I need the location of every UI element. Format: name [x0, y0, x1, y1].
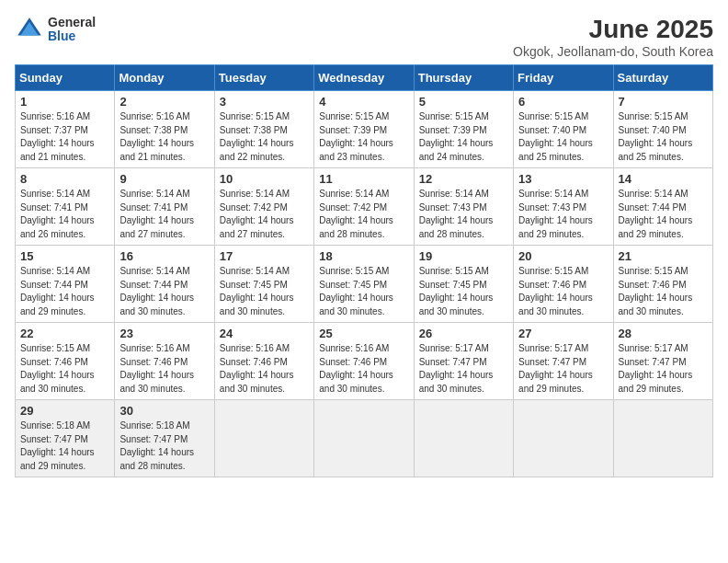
- calendar-cell: 21 Sunrise: 5:15 AMSunset: 7:46 PMDaylig…: [613, 246, 712, 323]
- day-info: Sunrise: 5:18 AMSunset: 7:47 PMDaylight:…: [20, 420, 95, 471]
- day-info: Sunrise: 5:15 AMSunset: 7:38 PMDaylight:…: [220, 111, 294, 162]
- day-info: Sunrise: 5:16 AMSunset: 7:46 PMDaylight:…: [319, 343, 393, 394]
- day-number: 8: [20, 172, 109, 186]
- day-number: 28: [619, 327, 708, 340]
- day-number: 1: [20, 95, 109, 109]
- day-info: Sunrise: 5:14 AMSunset: 7:44 PMDaylight:…: [619, 189, 693, 239]
- calendar-week-row: 1 Sunrise: 5:16 AMSunset: 7:37 PMDayligh…: [16, 91, 713, 168]
- calendar-cell: 16 Sunrise: 5:14 AMSunset: 7:44 PMDaylig…: [115, 246, 214, 323]
- day-number: 26: [419, 327, 508, 340]
- calendar-cell: 18 Sunrise: 5:15 AMSunset: 7:45 PMDaylig…: [314, 246, 414, 323]
- day-info: Sunrise: 5:14 AMSunset: 7:41 PMDaylight:…: [119, 189, 194, 239]
- day-info: Sunrise: 5:16 AMSunset: 7:37 PMDaylight:…: [20, 111, 95, 162]
- logo: General Blue: [15, 15, 96, 44]
- header-tuesday: Tuesday: [214, 65, 313, 91]
- day-info: Sunrise: 5:14 AMSunset: 7:42 PMDaylight:…: [220, 189, 294, 239]
- calendar-cell: 29 Sunrise: 5:18 AMSunset: 7:47 PMDaylig…: [16, 400, 115, 477]
- calendar-cell: [414, 400, 513, 477]
- calendar-cell: 28 Sunrise: 5:17 AMSunset: 7:47 PMDaylig…: [613, 323, 712, 400]
- calendar-cell: 13 Sunrise: 5:14 AMSunset: 7:43 PMDaylig…: [514, 168, 613, 246]
- day-number: 9: [119, 172, 209, 186]
- calendar-week-row: 15 Sunrise: 5:14 AMSunset: 7:44 PMDaylig…: [16, 246, 713, 323]
- calendar-cell: 17 Sunrise: 5:14 AMSunset: 7:45 PMDaylig…: [214, 246, 313, 323]
- calendar-cell: 7 Sunrise: 5:15 AMSunset: 7:40 PMDayligh…: [613, 91, 712, 168]
- day-info: Sunrise: 5:15 AMSunset: 7:46 PMDaylight:…: [518, 266, 593, 316]
- day-info: Sunrise: 5:14 AMSunset: 7:41 PMDaylight:…: [20, 189, 95, 239]
- day-number: 29: [20, 404, 109, 418]
- day-info: Sunrise: 5:15 AMSunset: 7:45 PMDaylight:…: [319, 266, 393, 316]
- calendar-cell: 27 Sunrise: 5:17 AMSunset: 7:47 PMDaylig…: [514, 323, 613, 400]
- page-header: General Blue June 2025 Okgok, Jeollanam-…: [15, 15, 713, 59]
- calendar-week-row: 22 Sunrise: 5:15 AMSunset: 7:46 PMDaylig…: [16, 323, 713, 400]
- day-info: Sunrise: 5:17 AMSunset: 7:47 PMDaylight:…: [619, 343, 693, 394]
- day-number: 25: [319, 327, 408, 340]
- calendar-cell: 1 Sunrise: 5:16 AMSunset: 7:37 PMDayligh…: [16, 91, 115, 168]
- calendar-cell: [214, 400, 313, 477]
- day-info: Sunrise: 5:17 AMSunset: 7:47 PMDaylight:…: [419, 343, 494, 394]
- logo-text: General Blue: [48, 16, 96, 44]
- calendar-cell: 26 Sunrise: 5:17 AMSunset: 7:47 PMDaylig…: [414, 323, 513, 400]
- calendar-cell: 19 Sunrise: 5:15 AMSunset: 7:45 PMDaylig…: [414, 246, 513, 323]
- logo-icon: [15, 15, 44, 44]
- header-wednesday: Wednesday: [314, 65, 414, 91]
- calendar-cell: 14 Sunrise: 5:14 AMSunset: 7:44 PMDaylig…: [613, 168, 712, 246]
- calendar-table: Sunday Monday Tuesday Wednesday Thursday…: [15, 64, 713, 477]
- day-number: 15: [20, 249, 109, 263]
- calendar-cell: 10 Sunrise: 5:14 AMSunset: 7:42 PMDaylig…: [214, 168, 313, 246]
- day-info: Sunrise: 5:14 AMSunset: 7:43 PMDaylight:…: [518, 189, 593, 239]
- calendar-cell: 11 Sunrise: 5:14 AMSunset: 7:42 PMDaylig…: [314, 168, 414, 246]
- calendar-cell: 5 Sunrise: 5:15 AMSunset: 7:39 PMDayligh…: [414, 91, 513, 168]
- day-number: 23: [119, 327, 209, 340]
- calendar-cell: 20 Sunrise: 5:15 AMSunset: 7:46 PMDaylig…: [514, 246, 613, 323]
- day-number: 17: [220, 249, 309, 263]
- day-info: Sunrise: 5:14 AMSunset: 7:44 PMDaylight:…: [119, 266, 194, 316]
- day-number: 22: [20, 327, 109, 340]
- day-number: 13: [518, 172, 608, 186]
- day-number: 20: [518, 249, 608, 263]
- day-number: 2: [119, 95, 209, 109]
- day-info: Sunrise: 5:16 AMSunset: 7:38 PMDaylight:…: [119, 111, 194, 162]
- day-number: 19: [419, 249, 508, 263]
- day-number: 27: [518, 327, 608, 340]
- calendar-cell: [613, 400, 712, 477]
- day-info: Sunrise: 5:14 AMSunset: 7:42 PMDaylight:…: [319, 189, 393, 239]
- day-info: Sunrise: 5:15 AMSunset: 7:39 PMDaylight:…: [419, 111, 494, 162]
- header-saturday: Saturday: [613, 65, 712, 91]
- header-sunday: Sunday: [16, 65, 115, 91]
- day-number: 10: [220, 172, 309, 186]
- calendar-cell: 9 Sunrise: 5:14 AMSunset: 7:41 PMDayligh…: [115, 168, 214, 246]
- calendar-cell: [314, 400, 414, 477]
- day-number: 24: [220, 327, 309, 340]
- calendar-header-row: Sunday Monday Tuesday Wednesday Thursday…: [16, 65, 713, 91]
- day-info: Sunrise: 5:16 AMSunset: 7:46 PMDaylight:…: [220, 343, 294, 394]
- calendar-cell: 6 Sunrise: 5:15 AMSunset: 7:40 PMDayligh…: [514, 91, 613, 168]
- day-info: Sunrise: 5:16 AMSunset: 7:46 PMDaylight:…: [119, 343, 194, 394]
- day-number: 30: [119, 404, 209, 418]
- calendar-cell: [514, 400, 613, 477]
- logo-general: General: [48, 16, 96, 29]
- day-info: Sunrise: 5:14 AMSunset: 7:44 PMDaylight:…: [20, 266, 95, 316]
- day-info: Sunrise: 5:15 AMSunset: 7:46 PMDaylight:…: [20, 343, 95, 394]
- day-info: Sunrise: 5:15 AMSunset: 7:39 PMDaylight:…: [319, 111, 393, 162]
- calendar-cell: 24 Sunrise: 5:16 AMSunset: 7:46 PMDaylig…: [214, 323, 313, 400]
- day-number: 3: [220, 95, 309, 109]
- day-number: 18: [319, 249, 408, 263]
- day-info: Sunrise: 5:18 AMSunset: 7:47 PMDaylight:…: [119, 420, 194, 471]
- calendar-cell: 25 Sunrise: 5:16 AMSunset: 7:46 PMDaylig…: [314, 323, 414, 400]
- header-monday: Monday: [115, 65, 214, 91]
- day-info: Sunrise: 5:15 AMSunset: 7:46 PMDaylight:…: [619, 266, 693, 316]
- day-number: 4: [319, 95, 408, 109]
- calendar-cell: 15 Sunrise: 5:14 AMSunset: 7:44 PMDaylig…: [16, 246, 115, 323]
- day-info: Sunrise: 5:17 AMSunset: 7:47 PMDaylight:…: [518, 343, 593, 394]
- calendar-cell: 23 Sunrise: 5:16 AMSunset: 7:46 PMDaylig…: [115, 323, 214, 400]
- day-info: Sunrise: 5:14 AMSunset: 7:45 PMDaylight:…: [220, 266, 294, 316]
- calendar-cell: 12 Sunrise: 5:14 AMSunset: 7:43 PMDaylig…: [414, 168, 513, 246]
- day-number: 12: [419, 172, 508, 186]
- month-title: June 2025: [513, 15, 713, 44]
- day-number: 11: [319, 172, 408, 186]
- calendar-cell: 30 Sunrise: 5:18 AMSunset: 7:47 PMDaylig…: [115, 400, 214, 477]
- calendar-week-row: 8 Sunrise: 5:14 AMSunset: 7:41 PMDayligh…: [16, 168, 713, 246]
- location-subtitle: Okgok, Jeollanam-do, South Korea: [513, 44, 713, 59]
- day-info: Sunrise: 5:15 AMSunset: 7:45 PMDaylight:…: [419, 266, 494, 316]
- day-number: 5: [419, 95, 508, 109]
